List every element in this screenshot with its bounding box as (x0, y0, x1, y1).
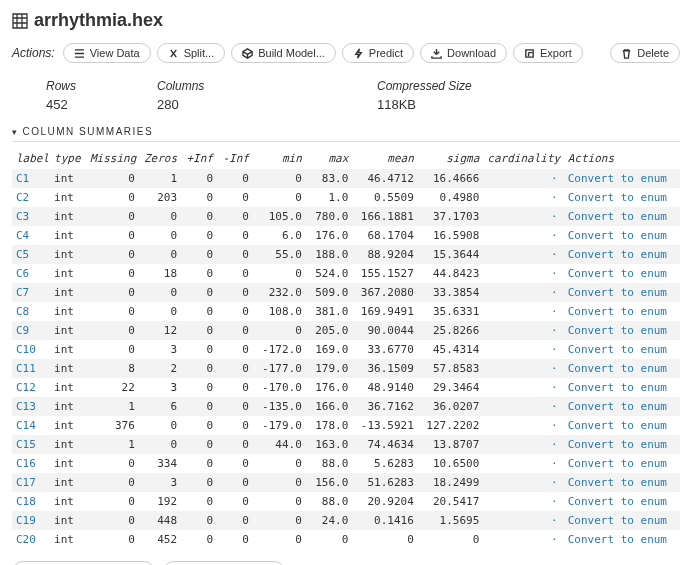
convert-to-enum-link[interactable]: Convert to enum (568, 400, 667, 413)
column-link[interactable]: C19 (16, 514, 36, 527)
column-link[interactable]: C18 (16, 495, 36, 508)
convert-to-enum-link[interactable]: Convert to enum (568, 286, 667, 299)
convert-to-enum-link[interactable]: Convert to enum (568, 343, 667, 356)
cardinality-action[interactable]: · (549, 362, 560, 375)
convert-to-enum-link[interactable]: Convert to enum (568, 324, 667, 337)
convert-to-enum-link[interactable]: Convert to enum (568, 381, 667, 394)
cardinality-action[interactable]: · (549, 267, 560, 280)
cardinality-action[interactable]: · (549, 495, 560, 508)
cell-zeros: 0 (139, 283, 181, 302)
convert-to-enum-link[interactable]: Convert to enum (568, 229, 667, 242)
cell-type: int (50, 511, 86, 530)
cardinality-action[interactable]: · (549, 248, 560, 261)
cardinality-action[interactable]: · (549, 381, 560, 394)
cell-min: 0 (253, 264, 306, 283)
cardinality-action[interactable]: · (549, 533, 560, 546)
th-actions: Actions (564, 148, 680, 169)
cell-max: 176.0 (306, 226, 353, 245)
cardinality-action[interactable]: · (549, 438, 560, 451)
column-link[interactable]: C6 (16, 267, 29, 280)
cell-missing: 0 (86, 473, 139, 492)
convert-to-enum-link[interactable]: Convert to enum (568, 419, 667, 432)
cardinality-action[interactable]: · (549, 324, 560, 337)
column-link[interactable]: C13 (16, 400, 36, 413)
column-link[interactable]: C20 (16, 533, 36, 546)
cardinality-action[interactable]: · (549, 305, 560, 318)
cell-pinf: 0 (181, 207, 217, 226)
split-button[interactable]: Split... (157, 43, 226, 63)
cell-sigma: 35.6331 (418, 302, 484, 321)
predict-button[interactable]: Predict (342, 43, 414, 63)
column-link[interactable]: C2 (16, 191, 29, 204)
column-link[interactable]: C9 (16, 324, 29, 337)
view-data-button[interactable]: View Data (63, 43, 151, 63)
size-label: Compressed Size (377, 79, 680, 93)
cell-zeros: 0 (139, 435, 181, 454)
cell-ninf: 0 (217, 511, 253, 530)
next-columns-button[interactable]: → Next 20 Columns (163, 561, 285, 565)
convert-to-enum-link[interactable]: Convert to enum (568, 267, 667, 280)
table-row: C15int100044.0163.074.463413.8707·Conver… (12, 435, 680, 454)
cell-type: int (50, 264, 86, 283)
convert-to-enum-link[interactable]: Convert to enum (568, 362, 667, 375)
cardinality-action[interactable]: · (549, 210, 560, 223)
convert-to-enum-link[interactable]: Convert to enum (568, 305, 667, 318)
cardinality-action[interactable]: · (549, 419, 560, 432)
column-link[interactable]: C8 (16, 305, 29, 318)
column-link[interactable]: C1 (16, 172, 29, 185)
convert-to-enum-link[interactable]: Convert to enum (568, 191, 667, 204)
export-button[interactable]: Export (513, 43, 583, 63)
cell-max: 156.0 (306, 473, 353, 492)
column-link[interactable]: C4 (16, 229, 29, 242)
delete-button[interactable]: Delete (610, 43, 680, 63)
cardinality-action[interactable]: · (549, 229, 560, 242)
cardinality-action[interactable]: · (549, 191, 560, 204)
convert-to-enum-link[interactable]: Convert to enum (568, 495, 667, 508)
cardinality-action[interactable]: · (549, 514, 560, 527)
cardinality-action[interactable]: · (549, 172, 560, 185)
cell-pinf: 0 (181, 302, 217, 321)
cell-pinf: 0 (181, 359, 217, 378)
convert-to-enum-link[interactable]: Convert to enum (568, 438, 667, 451)
cell-ninf: 0 (217, 397, 253, 416)
column-summaries-header[interactable]: ▾ COLUMN SUMMARIES (12, 126, 680, 142)
column-link[interactable]: C14 (16, 419, 36, 432)
cardinality-action[interactable]: · (549, 400, 560, 413)
cell-missing: 1 (86, 397, 139, 416)
cardinality-action[interactable]: · (549, 476, 560, 489)
column-link[interactable]: C11 (16, 362, 36, 375)
download-button[interactable]: Download (420, 43, 507, 63)
cell-sigma: 45.4314 (418, 340, 484, 359)
column-link[interactable]: C16 (16, 457, 36, 470)
cell-mean: 367.2080 (352, 283, 418, 302)
column-link[interactable]: C15 (16, 438, 36, 451)
convert-to-enum-link[interactable]: Convert to enum (568, 248, 667, 261)
cell-cardinality: · (483, 264, 563, 283)
table-row: C11int8200-177.0179.036.150957.8583·Conv… (12, 359, 680, 378)
cell-ninf: 0 (217, 188, 253, 207)
cell-mean: 0.5509 (352, 188, 418, 207)
column-link[interactable]: C10 (16, 343, 36, 356)
column-link[interactable]: C7 (16, 286, 29, 299)
cardinality-action[interactable]: · (549, 286, 560, 299)
build-model-button[interactable]: Build Model... (231, 43, 336, 63)
cell-cardinality: · (483, 302, 563, 321)
convert-to-enum-link[interactable]: Convert to enum (568, 172, 667, 185)
convert-to-enum-link[interactable]: Convert to enum (568, 533, 667, 546)
cell-type: int (50, 188, 86, 207)
column-link[interactable]: C5 (16, 248, 29, 261)
convert-to-enum-link[interactable]: Convert to enum (568, 457, 667, 470)
column-link[interactable]: C3 (16, 210, 29, 223)
table-row: C10int0300-172.0169.033.677045.4314·Conv… (12, 340, 680, 359)
column-link[interactable]: C12 (16, 381, 36, 394)
convert-to-enum-link[interactable]: Convert to enum (568, 514, 667, 527)
cell-pinf: 0 (181, 454, 217, 473)
cardinality-action[interactable]: · (549, 457, 560, 470)
cardinality-action[interactable]: · (549, 343, 560, 356)
table-row: C12int22300-170.0176.048.914029.3464·Con… (12, 378, 680, 397)
th-label: label (12, 148, 50, 169)
convert-to-enum-link[interactable]: Convert to enum (568, 476, 667, 489)
column-link[interactable]: C17 (16, 476, 36, 489)
cell-sigma: 0.4980 (418, 188, 484, 207)
convert-to-enum-link[interactable]: Convert to enum (568, 210, 667, 223)
